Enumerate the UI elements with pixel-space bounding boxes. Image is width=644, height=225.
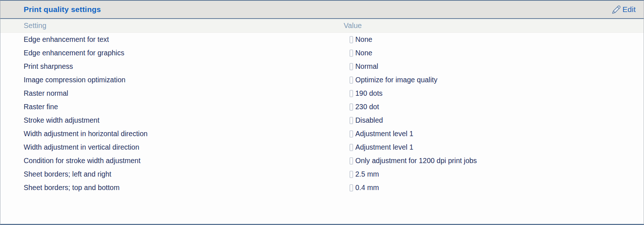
- column-header-value: Value: [344, 19, 362, 32]
- setting-label: Sheet borders; top and bottom: [24, 181, 119, 194]
- placeholder-box-icon: [349, 130, 353, 138]
- edit-button-label: Edit: [623, 5, 636, 14]
- table-row: Edge enhancement for graphics None: [0, 46, 644, 60]
- setting-value: 2.5 mm: [349, 167, 379, 181]
- placeholder-box-icon: [349, 36, 353, 43]
- placeholder-box-icon: [349, 144, 353, 151]
- placeholder-box-icon: [349, 103, 353, 111]
- column-header-setting: Setting: [24, 19, 46, 32]
- setting-value: 0.4 mm: [349, 181, 379, 194]
- table-row: Sheet borders; top and bottom 0.4 mm: [0, 181, 644, 194]
- setting-label: Edge enhancement for text: [24, 33, 109, 46]
- setting-label: Edge enhancement for graphics: [24, 46, 124, 60]
- table-row: Condition for stroke width adjustment On…: [0, 154, 644, 167]
- setting-value: Only adjustment for 1200 dpi print jobs: [349, 154, 477, 167]
- placeholder-box-icon: [349, 76, 353, 84]
- table-row: Raster normal 190 dots: [0, 87, 644, 100]
- setting-label: Width adjustment in horizontal direction: [24, 127, 147, 141]
- setting-value: 230 dot: [349, 100, 379, 114]
- setting-value: None: [349, 33, 372, 46]
- setting-label: Print sharpness: [24, 60, 73, 73]
- placeholder-box-icon: [349, 63, 353, 70]
- panel-header: Print quality settings Edit: [0, 1, 644, 19]
- settings-table: Edge enhancement for text None Edge enha…: [0, 33, 644, 194]
- table-row: Sheet borders; left and right 2.5 mm: [0, 167, 644, 181]
- table-row: Raster fine 230 dot: [0, 100, 644, 114]
- placeholder-box-icon: [349, 171, 353, 178]
- setting-value: Normal: [349, 60, 378, 73]
- setting-label: Sheet borders; left and right: [24, 167, 111, 181]
- placeholder-box-icon: [349, 157, 353, 165]
- page-title: Print quality settings: [24, 5, 101, 14]
- setting-label: Stroke width adjustment: [24, 114, 99, 127]
- table-row: Print sharpness Normal: [0, 60, 644, 73]
- setting-label: Width adjustment in vertical direction: [24, 141, 139, 154]
- table-row: Width adjustment in horizontal direction…: [0, 127, 644, 141]
- setting-label: Condition for stroke width adjustment: [24, 154, 141, 167]
- placeholder-box-icon: [349, 117, 353, 124]
- setting-value: Optimize for image quality: [349, 73, 437, 87]
- table-row: Edge enhancement for text None: [0, 33, 644, 46]
- table-row: Image compression optimization Optimize …: [0, 73, 644, 87]
- table-row: Width adjustment in vertical direction A…: [0, 141, 644, 154]
- pencil-icon: [611, 5, 621, 15]
- table-row: Stroke width adjustment Disabled: [0, 114, 644, 127]
- setting-value: Adjustment level 1: [349, 127, 413, 141]
- setting-label: Raster normal: [24, 87, 68, 100]
- print-quality-settings-panel: Print quality settings Edit Setting Valu…: [0, 0, 644, 225]
- setting-value: 190 dots: [349, 87, 383, 100]
- setting-value: None: [349, 46, 372, 60]
- placeholder-box-icon: [349, 50, 353, 57]
- setting-value: Adjustment level 1: [349, 141, 413, 154]
- setting-label: Image compression optimization: [24, 73, 126, 87]
- edit-button[interactable]: Edit: [611, 5, 636, 15]
- placeholder-box-icon: [349, 184, 353, 192]
- placeholder-box-icon: [349, 90, 353, 97]
- table-column-header: Setting Value: [0, 19, 644, 33]
- setting-value: Disabled: [349, 114, 383, 127]
- setting-label: Raster fine: [24, 100, 58, 114]
